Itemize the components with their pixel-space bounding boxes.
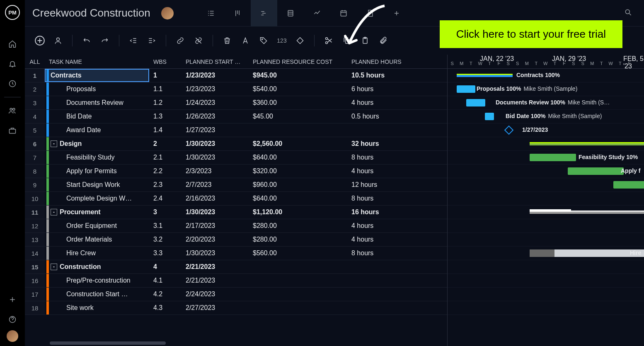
gantt-task-bar[interactable] <box>466 99 485 106</box>
table-row[interactable]: 12Order Equipment3.12/17/2023$280.004 ho… <box>25 219 447 233</box>
table-row[interactable]: 13Order Materials3.22/20/2023$280.004 ho… <box>25 233 447 247</box>
table-row[interactable]: 2Proposals1.11/23/2023$540.006 hours <box>25 82 447 96</box>
task-name-cell[interactable]: Order Materials <box>45 233 149 246</box>
task-name-cell[interactable]: Documents Review <box>45 96 149 109</box>
user-avatar[interactable] <box>7 330 18 342</box>
task-name-cell[interactable]: Start Design Work <box>45 178 149 191</box>
number-format[interactable]: 123 <box>274 33 289 48</box>
task-name-cell[interactable]: Site work <box>45 301 149 315</box>
view-add-icon[interactable] <box>383 0 410 27</box>
task-name-cell[interactable]: Hire Crew <box>45 247 149 260</box>
table-row[interactable]: 15-Construction42/21/2023 <box>25 260 447 274</box>
row-index: 1 <box>25 69 45 82</box>
gantt-summary-bar[interactable] <box>530 142 644 145</box>
indent-icon[interactable] <box>144 33 159 48</box>
row-index: 3 <box>25 96 45 109</box>
cut-icon[interactable] <box>321 33 336 48</box>
view-file-icon[interactable] <box>357 0 383 27</box>
gantt-row: Hire <box>448 247 644 260</box>
task-name-cell[interactable]: -Design <box>45 137 149 150</box>
table-row[interactable]: 9Start Design Work2.32/7/2023$960.0012 h… <box>25 178 447 192</box>
task-name-cell[interactable]: Prep/Pre-construction <box>45 274 149 287</box>
link-icon[interactable] <box>173 33 188 48</box>
task-name-cell[interactable]: Apply for Permits <box>45 165 149 178</box>
table-row[interactable]: 8Apply for Permits2.22/3/2023$320.004 ho… <box>25 165 447 178</box>
table-row[interactable]: 4Bid Date1.31/26/2023$45.000.5 hours <box>25 110 447 123</box>
task-name-cell[interactable]: Bid Date <box>45 110 149 123</box>
task-name-cell[interactable]: Order Equipment <box>45 219 149 232</box>
view-list-icon[interactable] <box>198 0 224 27</box>
table-row[interactable]: 5Award Date1.41/27/2023 <box>25 123 447 137</box>
attach-icon[interactable] <box>376 33 391 48</box>
gantt-row <box>448 274 644 288</box>
redo-icon[interactable] <box>97 33 112 48</box>
task-name-cell[interactable]: Construction Start … <box>45 288 149 301</box>
gantt-task-bar[interactable] <box>613 181 644 189</box>
add-task-icon[interactable] <box>32 33 47 48</box>
table-row[interactable]: 16Prep/Pre-construction4.12/21/2023 <box>25 274 447 288</box>
col-task-name[interactable]: TASK NAME <box>45 58 149 65</box>
bell-icon[interactable] <box>3 55 22 73</box>
horizontal-scrollbar[interactable] <box>25 340 447 346</box>
paste-icon[interactable] <box>358 33 373 48</box>
col-all[interactable]: ALL <box>25 58 45 65</box>
svg-point-11 <box>326 42 328 44</box>
gantt-task-bar[interactable] <box>457 85 475 93</box>
gantt-task-bar[interactable] <box>485 113 494 120</box>
project-avatar[interactable] <box>161 7 174 19</box>
collapse-toggle[interactable]: - <box>51 264 57 270</box>
table-row[interactable]: 10Complete Design W…2.42/16/2023$640.008… <box>25 192 447 206</box>
app-logo[interactable]: PM <box>5 5 20 20</box>
task-name-cell[interactable]: Award Date <box>45 123 149 137</box>
shape-icon[interactable] <box>293 33 307 48</box>
gantt-bar-label: Contracts 100% <box>516 72 560 78</box>
gantt-summary-bar[interactable] <box>457 74 513 77</box>
gantt-task-bar[interactable] <box>530 154 576 161</box>
task-name-cell[interactable]: Proposals <box>45 82 149 96</box>
gantt-task-bar[interactable] <box>568 167 624 175</box>
col-cost[interactable]: PLANNED RESOURCE COST <box>249 58 346 65</box>
tag-icon[interactable] <box>256 33 271 48</box>
view-sheet-icon[interactable] <box>277 0 304 27</box>
table-row[interactable]: 7Feasibility Study2.11/30/2023$640.008 h… <box>25 151 447 165</box>
collapse-toggle[interactable]: - <box>51 209 57 215</box>
table-row[interactable]: 14Hire Crew3.31/30/2023$560.008 hours <box>25 247 447 260</box>
search-icon[interactable] <box>624 8 637 18</box>
table-row[interactable]: 17Construction Start …4.22/24/2023 <box>25 288 447 301</box>
view-board-icon[interactable] <box>224 0 251 27</box>
cta-banner[interactable]: Click here to start your free trial <box>440 20 622 48</box>
assign-icon[interactable] <box>51 33 65 48</box>
view-gantt-icon[interactable] <box>251 0 277 27</box>
help-icon[interactable] <box>3 310 22 329</box>
gantt-bar-label: Bid Date 100%Mike Smith (Sample) <box>506 113 602 119</box>
undo-icon[interactable] <box>79 33 94 48</box>
table-row[interactable]: 1Contracts11/23/2023$945.0010.5 hours <box>25 69 447 82</box>
view-calendar-icon[interactable] <box>330 0 357 27</box>
copy-icon[interactable] <box>339 33 354 48</box>
task-name-cell[interactable]: -Construction <box>45 260 149 273</box>
table-row[interactable]: 3Documents Review1.21/24/2023$360.004 ho… <box>25 96 447 110</box>
table-row[interactable]: 18Site work4.32/27/2023 <box>25 301 447 315</box>
milestone-icon[interactable] <box>504 126 514 135</box>
briefcase-icon[interactable] <box>3 121 22 140</box>
text-style-icon[interactable] <box>238 33 253 48</box>
unlink-icon[interactable] <box>191 33 206 48</box>
col-start[interactable]: PLANNED START … <box>182 58 249 65</box>
collapse-toggle[interactable]: - <box>51 140 57 147</box>
table-row[interactable]: 6-Design21/30/2023$2,560.0032 hours <box>25 137 447 151</box>
home-icon[interactable] <box>3 35 22 53</box>
delete-icon[interactable] <box>220 33 235 48</box>
task-name-cell[interactable]: -Procurement <box>45 206 149 219</box>
clock-icon[interactable] <box>3 75 22 93</box>
outdent-icon[interactable] <box>126 33 141 48</box>
task-name-cell[interactable]: Feasibility Study <box>45 151 149 164</box>
table-row[interactable]: 11-Procurement31/30/2023$1,120.0016 hour… <box>25 206 447 219</box>
task-name-cell[interactable]: Contracts <box>45 69 149 82</box>
team-icon[interactable] <box>3 102 22 120</box>
task-name-cell[interactable]: Complete Design W… <box>45 192 149 205</box>
col-hours[interactable]: PLANNED HOURS <box>346 58 413 65</box>
add-icon[interactable] <box>3 290 22 309</box>
view-dashboard-icon[interactable] <box>304 0 330 27</box>
gantt-task-bar[interactable] <box>530 249 644 257</box>
col-wbs[interactable]: WBS <box>149 58 182 65</box>
